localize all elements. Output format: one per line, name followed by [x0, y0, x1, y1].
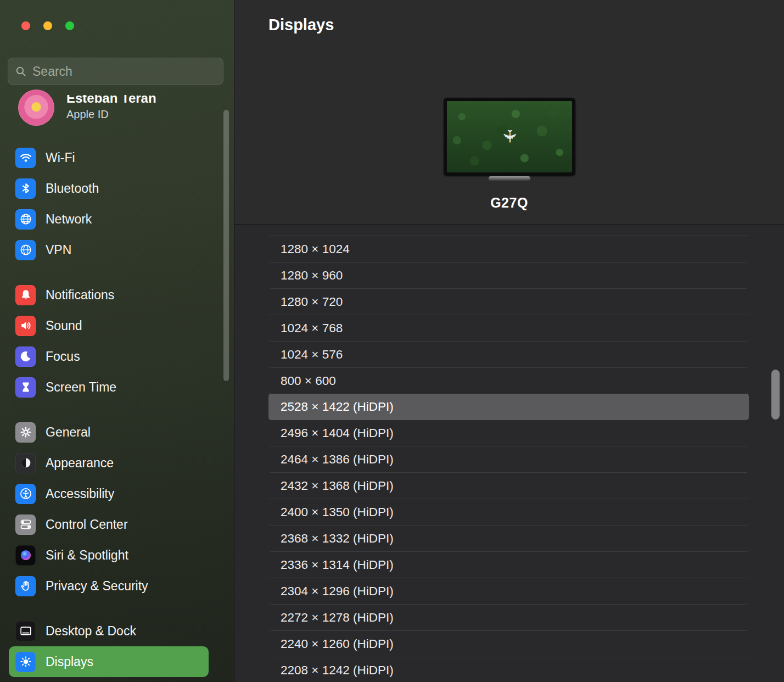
- sidebar-item-desktop-dock[interactable]: Desktop & Dock: [9, 616, 209, 646]
- window-controls: [21, 21, 74, 30]
- resolution-row[interactable]: 2272 × 1278 (HiDPI): [268, 605, 749, 631]
- search-icon: [15, 65, 27, 77]
- main-pane: Displays ✈ G27Q 1280 × 10241280 × 960128…: [234, 0, 784, 682]
- resolution-row-clipped: [268, 225, 749, 236]
- resolution-list: 1280 × 10241280 × 9601280 × 7201024 × 76…: [268, 225, 749, 682]
- monitor-screen-forest: ✈: [447, 101, 572, 172]
- resolution-label: 1024 × 768: [281, 321, 343, 336]
- display-name: G27Q: [490, 195, 528, 211]
- sidebar-item-label: Displays: [46, 655, 93, 669]
- accessibility-icon: [15, 484, 36, 504]
- bell-icon: [15, 285, 36, 305]
- globe-icon: [15, 209, 36, 230]
- siri-icon: [15, 545, 36, 566]
- resolution-row[interactable]: 2240 × 1260 (HiDPI): [268, 631, 749, 657]
- sidebar-item-network[interactable]: Network: [9, 204, 209, 234]
- resolution-label: 2272 × 1278 (HiDPI): [281, 611, 394, 625]
- sidebar-item-label: Wi-Fi: [46, 150, 75, 165]
- sidebar-item-label: Focus: [46, 349, 80, 364]
- sidebar-item-label: Control Center: [46, 517, 128, 532]
- zoom-button[interactable]: [65, 21, 74, 30]
- resolution-label: 2336 × 1314 (HiDPI): [281, 558, 394, 572]
- resolution-label: 2432 × 1368 (HiDPI): [281, 479, 394, 493]
- search-input[interactable]: [32, 64, 216, 79]
- search-field[interactable]: [8, 58, 223, 85]
- sidebar-item-sound[interactable]: Sound: [9, 310, 209, 341]
- avatar: [18, 90, 54, 126]
- wifi-icon: [15, 148, 36, 168]
- resolution-label: 2368 × 1332 (HiDPI): [281, 532, 394, 546]
- apple-id-row[interactable]: Esteban Teran Apple ID: [18, 90, 156, 126]
- sidebar-item-label: Desktop & Dock: [46, 624, 136, 639]
- sidebar-item-label: Notifications: [46, 288, 114, 303]
- resolution-row[interactable]: 2368 × 1332 (HiDPI): [268, 526, 749, 552]
- resolution-row[interactable]: 1024 × 768: [268, 315, 749, 342]
- resolution-row[interactable]: 2336 × 1314 (HiDPI): [268, 552, 749, 578]
- profile-name: Esteban Teran: [66, 95, 156, 107]
- resolution-label: 2528 × 1422 (HiDPI): [281, 400, 394, 414]
- resolution-label: 1280 × 1024: [281, 242, 350, 256]
- airplane-icon: ✈: [499, 129, 520, 144]
- main-scrollbar[interactable]: [771, 370, 780, 420]
- resolution-row[interactable]: 1280 × 720: [268, 289, 749, 315]
- resolution-row[interactable]: 2464 × 1386 (HiDPI): [268, 446, 749, 473]
- resolution-label: 2240 × 1260 (HiDPI): [281, 637, 394, 651]
- resolution-label: 800 × 600: [281, 374, 336, 388]
- sidebar-item-label: Siri & Spotlight: [46, 548, 128, 563]
- resolution-label: 1024 × 576: [281, 348, 343, 362]
- resolution-label: 2400 × 1350 (HiDPI): [281, 505, 394, 519]
- resolution-label: 1280 × 960: [281, 269, 343, 283]
- vpn-globe-icon: [15, 240, 36, 260]
- sidebar-item-label: Screen Time: [46, 380, 116, 395]
- control-center-icon: [15, 515, 36, 535]
- sidebar-item-label: VPN: [46, 243, 71, 258]
- appearance-icon: [15, 453, 36, 473]
- sidebar-item-label: Privacy & Security: [46, 579, 148, 594]
- minimize-button[interactable]: [43, 21, 52, 30]
- sidebar-item-label: Accessibility: [46, 487, 114, 501]
- profile-subtitle: Apple ID: [66, 108, 156, 121]
- sidebar-scrollbar[interactable]: [223, 110, 229, 381]
- close-button[interactable]: [21, 21, 30, 30]
- resolution-row[interactable]: 1280 × 960: [268, 262, 749, 289]
- display-preview: ✈ G27Q: [234, 98, 784, 211]
- sidebar-item-screen-time[interactable]: Screen Time: [9, 372, 209, 403]
- sidebar-item-label: Bluetooth: [46, 181, 99, 196]
- moon-icon: [15, 346, 36, 367]
- monitor-stand: [489, 176, 530, 181]
- brightness-icon: [15, 652, 36, 672]
- resolution-row[interactable]: 2400 × 1350 (HiDPI): [268, 499, 749, 526]
- bluetooth-icon: [15, 178, 36, 199]
- hand-icon: [15, 576, 36, 596]
- sidebar-item-vpn[interactable]: VPN: [9, 234, 209, 265]
- sidebar-item-general[interactable]: General: [9, 417, 209, 448]
- sidebar-item-bluetooth[interactable]: Bluetooth: [9, 173, 209, 204]
- resolution-row[interactable]: 2496 × 1404 (HiDPI): [268, 420, 749, 446]
- dock-icon: [15, 621, 36, 641]
- hourglass-icon: [15, 377, 36, 398]
- sidebar-item-control-center[interactable]: Control Center: [9, 509, 209, 540]
- resolution-label: 2304 × 1296 (HiDPI): [281, 584, 394, 599]
- sidebar-item-appearance[interactable]: Appearance: [9, 448, 209, 478]
- resolution-row[interactable]: 1280 × 1024: [268, 236, 749, 262]
- resolution-row[interactable]: 1024 × 576: [268, 342, 749, 368]
- sidebar-item-label: Sound: [46, 318, 82, 333]
- resolution-row[interactable]: 800 × 600: [268, 368, 749, 394]
- sidebar-item-focus[interactable]: Focus: [9, 341, 209, 372]
- resolution-label: 1280 × 720: [281, 295, 343, 309]
- resolution-row[interactable]: 2208 × 1242 (HiDPI): [268, 657, 749, 682]
- sidebar-item-accessibility[interactable]: Accessibility: [9, 478, 209, 509]
- sidebar-item-privacy-security[interactable]: Privacy & Security: [9, 571, 209, 601]
- sidebar-item-wifi[interactable]: Wi-Fi: [9, 142, 209, 173]
- sidebar-item-siri-spotlight[interactable]: Siri & Spotlight: [9, 540, 209, 571]
- resolution-row[interactable]: 2432 × 1368 (HiDPI): [268, 473, 749, 499]
- resolution-row[interactable]: 2304 × 1296 (HiDPI): [268, 578, 749, 605]
- resolution-label: 2464 × 1386 (HiDPI): [281, 452, 394, 467]
- sidebar-item-displays[interactable]: Displays: [9, 646, 209, 677]
- sidebar-item-notifications[interactable]: Notifications: [9, 279, 209, 310]
- sidebar-item-label: General: [46, 425, 91, 440]
- resolution-row-selected[interactable]: 2528 × 1422 (HiDPI): [268, 394, 749, 420]
- sidebar-nav: Wi-FiBluetoothNetworkVPNNotificationsSou…: [9, 142, 209, 682]
- sidebar: Esteban Teran Apple ID Wi-FiBluetoothNet…: [0, 0, 234, 682]
- sidebar-item-label: Appearance: [46, 456, 114, 471]
